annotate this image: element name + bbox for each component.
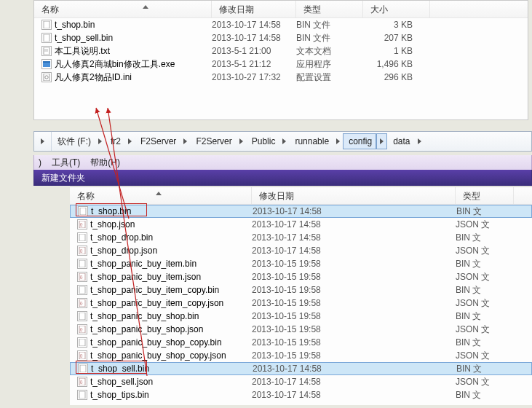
file-row[interactable]: 本工具说明.txt2013-5-1 21:00文本文档1 KB (34, 44, 528, 58)
file-type: 配置设置 (296, 71, 363, 84)
menu-help[interactable]: 帮助(H) (90, 157, 120, 169)
file-icon (78, 206, 88, 216)
file-row[interactable]: t_shop.bin2013-10-17 14:58BIN 文 (70, 205, 532, 218)
file-name: 本工具说明.txt (55, 45, 212, 58)
column-header-row: 名称 修改日期 类型 大小 (34, 1, 528, 18)
svg-rect-27 (80, 365, 86, 372)
file-type: BIN 文 (456, 337, 499, 349)
file-type: BIN 文 (456, 389, 499, 401)
menu-bar: ) 工具(T) 帮助(H) (33, 155, 532, 170)
breadcrumb-item[interactable]: data (387, 132, 414, 151)
breadcrumb-item[interactable]: config (343, 133, 376, 149)
file-row[interactable]: {}t_shop_panic_buy_item_copy.json2013-10… (70, 297, 532, 310)
file-name: t_shop.bin (91, 206, 253, 216)
chevron-right-icon[interactable] (333, 132, 343, 151)
file-icon: {} (77, 219, 87, 230)
file-row[interactable]: t_shop_tips.bin2013-10-17 14:58BIN 文 (70, 388, 532, 401)
file-icon (78, 364, 88, 374)
file-row[interactable]: {}t_shop_panic_buy_shop.json2013-10-15 1… (70, 323, 532, 336)
file-icon (77, 311, 87, 321)
new-folder-button[interactable]: 新建文件夹 (41, 172, 85, 184)
file-icon (41, 46, 52, 56)
col-name[interactable]: 名称 (70, 187, 252, 204)
file-date: 2013-10-15 19:58 (252, 324, 456, 334)
file-size: 207 KB (363, 33, 421, 43)
file-date: 2013-10-15 19:58 (252, 298, 456, 308)
file-name: 凡人修真2物品ID.ini (55, 71, 212, 84)
file-row[interactable]: {}t_shop_panic_buy_item.json2013-10-15 1… (70, 270, 532, 283)
chevron-right-icon[interactable] (279, 132, 289, 151)
file-type: 应用程序 (296, 58, 363, 71)
file-name: t_shop.json (90, 219, 252, 230)
file-date: 2013-10-15 19:58 (252, 311, 456, 321)
col-type[interactable]: 类型 (296, 1, 363, 17)
file-row[interactable]: t_shop_panic_buy_shop.bin2013-10-15 19:5… (70, 310, 532, 323)
file-name: t_shop_sell.bin (91, 364, 253, 374)
file-icon (41, 33, 52, 43)
svg-text:{}: {} (80, 301, 83, 305)
file-type: BIN 文 (456, 232, 499, 244)
svg-rect-1 (44, 34, 49, 42)
col-date[interactable]: 修改日期 (252, 187, 456, 204)
chevron-right-icon[interactable] (125, 132, 135, 151)
svg-rect-12 (79, 234, 85, 241)
chevron-right-icon[interactable] (180, 132, 190, 151)
chevron-right-icon[interactable] (415, 132, 424, 151)
file-icon (77, 259, 87, 269)
nav-back-icon[interactable] (34, 132, 52, 151)
file-type: BIN 文件 (296, 19, 363, 31)
file-row[interactable]: {}t_shop_sell.json2013-10-17 14:58JSON 文 (70, 375, 532, 388)
file-icon: {} (77, 324, 87, 334)
col-name[interactable]: 名称 (34, 1, 212, 17)
menu-tools[interactable]: 工具(T) (52, 157, 80, 169)
file-row[interactable]: t_shop_sell.bin2013-10-17 14:58BIN 文 (70, 362, 532, 375)
file-name: t_shop_panic_buy_item.bin (90, 259, 252, 269)
file-size: 1,496 KB (363, 59, 421, 69)
breadcrumb-item[interactable]: fr2 (105, 132, 125, 151)
file-date: 2013-10-17 14:58 (252, 232, 456, 243)
breadcrumb-item[interactable]: F2Server (190, 132, 236, 151)
breadcrumb-item[interactable]: F2Server (135, 132, 180, 151)
file-size: 296 KB (363, 72, 421, 82)
col-date[interactable]: 修改日期 (212, 1, 296, 17)
col-type[interactable]: 类型 (456, 187, 514, 204)
chevron-right-icon[interactable] (237, 132, 246, 151)
file-row[interactable]: t_shop_panic_buy_item.bin2013-10-15 19:5… (70, 257, 532, 270)
file-row[interactable]: {}t_shop_drop.json2013-10-17 14:58JSON 文 (70, 244, 532, 257)
chevron-right-icon[interactable] (95, 132, 105, 151)
file-name: 凡人修真2商城bin修改工具.exe (55, 58, 212, 71)
file-row[interactable]: t_shop_drop.bin2013-10-17 14:58BIN 文 (70, 231, 532, 244)
file-icon (77, 390, 87, 400)
file-type: JSON 文 (456, 350, 499, 362)
file-row[interactable]: {}t_shop_panic_buy_shop_copy.json2013-10… (70, 349, 532, 362)
file-date: 2013-10-17 14:58 (253, 364, 456, 374)
file-date: 2013-10-15 19:58 (252, 350, 456, 361)
file-type: BIN 文 (456, 258, 499, 270)
svg-rect-24 (79, 339, 85, 346)
breadcrumb-item[interactable]: runnable (289, 132, 333, 151)
breadcrumb-item[interactable]: 软件 (F:) (52, 132, 95, 151)
file-row[interactable]: 凡人修真2物品ID.ini2013-10-27 17:32配置设置296 KB (34, 71, 528, 84)
file-row[interactable]: t_shop_panic_buy_shop_copy.bin2013-10-15… (70, 336, 532, 349)
file-row[interactable]: {}t_shop.json2013-10-17 14:58JSON 文 (70, 218, 532, 231)
svg-rect-30 (79, 391, 85, 399)
file-icon: {} (77, 246, 87, 256)
file-type: JSON 文 (456, 271, 499, 283)
file-date: 2013-5-1 21:00 (212, 46, 296, 56)
file-icon: {} (77, 377, 87, 387)
col-size[interactable]: 大小 (363, 1, 430, 17)
column-header-row: 名称 修改日期 类型 (70, 187, 532, 205)
file-row[interactable]: t_shop.bin2013-10-17 14:58BIN 文件3 KB (34, 18, 528, 31)
file-row[interactable]: t_shop_sell.bin2013-10-17 14:58BIN 文件207… (34, 31, 528, 44)
menu-partial[interactable]: ) (39, 157, 41, 168)
file-type: JSON 文 (456, 323, 499, 336)
file-row[interactable]: 凡人修真2商城bin修改工具.exe2013-5-1 21:12应用程序1,49… (34, 58, 528, 71)
file-type: BIN 文 (456, 205, 500, 218)
file-type: BIN 文 (456, 284, 499, 297)
svg-rect-15 (79, 260, 85, 267)
file-date: 2013-10-17 14:58 (252, 219, 456, 230)
svg-text:{}: {} (80, 380, 83, 384)
breadcrumb-item[interactable]: Public (246, 132, 280, 151)
chevron-right-icon[interactable] (376, 133, 387, 149)
file-row[interactable]: t_shop_panic_buy_item_copy.bin2013-10-15… (70, 283, 532, 297)
